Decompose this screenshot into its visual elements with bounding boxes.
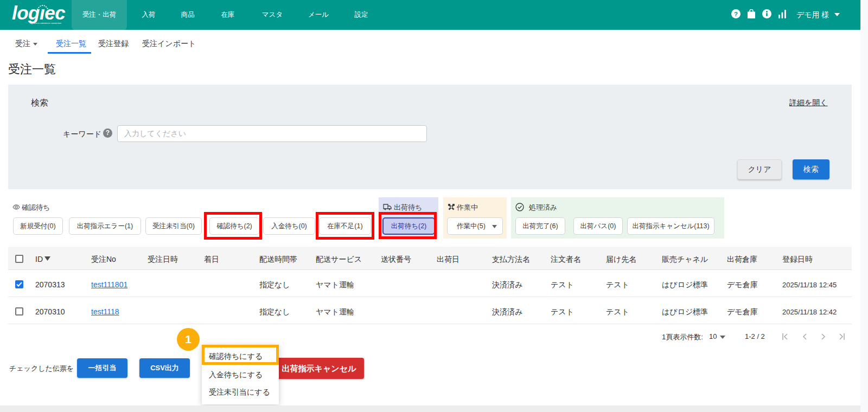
svg-text:?: ? xyxy=(734,11,738,17)
